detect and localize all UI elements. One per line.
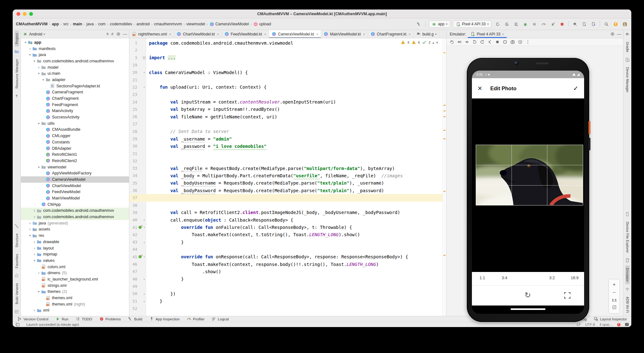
override-marker-icon[interactable] (138, 226, 142, 229)
code-line[interactable]: 52 (129, 305, 446, 312)
fold-marker-icon[interactable]: ▾ (142, 71, 146, 74)
rerun-button[interactable] (549, 21, 556, 28)
tree-item[interactable]: CMainViewModel (21, 195, 129, 201)
tool-strip-project[interactable]: Project (15, 31, 19, 47)
tree-chevron-icon[interactable]: › (37, 271, 41, 275)
rotate-right-button[interactable] (479, 39, 485, 45)
status-item[interactable]: UTF-8 (585, 323, 595, 326)
code-editor[interactable]: 1package com.codemobiles.android.cmauthe… (129, 38, 446, 316)
rotate-left-button[interactable] (471, 39, 478, 45)
breadcrumb-item[interactable]: com (98, 22, 106, 26)
tree-chevron-icon[interactable]: ▾ (28, 234, 32, 237)
code-line[interactable]: 33 val _reqFile = RequestBody.create(Med… (129, 165, 446, 172)
tree-item[interactable]: ›manifests (21, 46, 129, 52)
close-icon[interactable]: × (264, 32, 266, 36)
tree-chevron-icon[interactable]: › (28, 221, 32, 225)
fold-marker-icon[interactable]: ▾ (142, 85, 146, 89)
back-button[interactable] (486, 39, 493, 45)
tree-chevron-icon[interactable]: › (32, 215, 36, 219)
tree-chevron-icon[interactable]: › (32, 240, 36, 244)
fold-marker-icon[interactable]: ▾ (142, 218, 146, 222)
crop-frame[interactable] (476, 145, 583, 205)
code-line[interactable]: 44 (129, 246, 446, 253)
attach-button[interactable] (531, 21, 538, 28)
power-button[interactable] (448, 39, 455, 45)
tree-item[interactable]: CCMLogger (21, 133, 129, 139)
expand-all-icon[interactable]: ⇅ (106, 32, 109, 36)
tree-item[interactable]: ›com.codemobiles.android.cmauthenmvv (21, 214, 129, 220)
aspect-ratio-option[interactable]: 3:2 (549, 276, 555, 280)
code-line[interactable]: 19 (129, 61, 446, 69)
tree-item[interactable]: ORetrofitClient2 (21, 158, 129, 164)
tree-chevron-icon[interactable]: › (28, 47, 32, 51)
camera-button[interactable] (509, 39, 516, 45)
gradle-sync-button[interactable] (571, 21, 578, 28)
tree-chevron-icon[interactable]: ▾ (28, 53, 32, 56)
code-line[interactable]: 41▾ override fun onFailure(call: Call<Re… (129, 224, 446, 231)
tree-chevron-icon[interactable]: › (32, 246, 36, 250)
close-icon[interactable]: × (502, 32, 504, 36)
snapshots-button[interactable] (517, 39, 523, 45)
tool-window-button-version-control[interactable]: Version Control (17, 317, 48, 321)
breadcrumb-item[interactable]: main (73, 22, 82, 26)
tree-chevron-icon[interactable]: ▾ (32, 60, 36, 63)
editor-scroll-stripe[interactable] (442, 38, 446, 316)
code-line[interactable]: 48▴ } (129, 275, 446, 283)
tool-window-button-app-inspection[interactable]: App Inspection (149, 317, 180, 321)
code-line[interactable]: 1package com.codemobiles.android.cmauthe… (129, 39, 446, 47)
tree-item[interactable]: ▾themes(2) (21, 289, 129, 295)
code-line[interactable]: 42 Toast.makeText(context, t.toString(),… (129, 231, 446, 238)
editor-tab[interactable]: CMainViewModel.kt× (321, 30, 368, 38)
phone-screen[interactable]: 4:31 ⬡ ◆ × Edit Photo (472, 71, 584, 314)
tree-chevron-icon[interactable]: › (32, 208, 36, 213)
apply-changes-button[interactable] (494, 21, 501, 28)
tool-window-button-todo[interactable]: TODO (75, 317, 92, 321)
confirm-crop-button[interactable]: ✓ (573, 85, 578, 92)
inspections-widget[interactable]: !4!62▴▾ (399, 40, 439, 45)
crop-free-icon[interactable] (564, 292, 571, 300)
project-view-selector[interactable]: Android (29, 32, 42, 36)
code-line[interactable]: 37 (129, 194, 446, 201)
tool-windows-icon[interactable] (15, 322, 20, 327)
tree-item[interactable]: SectionsPagerAdapter.kt (21, 83, 129, 89)
fold-marker-icon[interactable]: + (142, 56, 146, 59)
tree-chevron-icon[interactable]: ▾ (41, 78, 45, 81)
more-button[interactable] (525, 39, 531, 45)
close-icon[interactable]: × (217, 32, 219, 36)
code-line[interactable]: 40▾ call.enqueue(object : Callback<Respo… (129, 216, 446, 224)
breadcrumb-item[interactable]: java (87, 22, 94, 26)
tool-window-button-profiler[interactable]: Profiler (187, 317, 204, 321)
override-marker-icon[interactable] (138, 255, 142, 258)
tree-item[interactable]: ▾utils (21, 120, 129, 127)
code-line[interactable]: 32 (129, 157, 446, 165)
tree-item[interactable]: ▾values (21, 257, 129, 264)
tree-item[interactable]: ORetrofitClient1 (21, 151, 129, 158)
code-line[interactable]: 36 val _bodyPassword = RequestBody.creat… (129, 187, 446, 194)
upgrade-button[interactable] (612, 21, 619, 28)
tree-item[interactable]: ▾adapter (21, 77, 129, 83)
tree-chevron-icon[interactable]: › (28, 227, 32, 231)
code-line[interactable]: 24 val inputStream = context.contentReso… (129, 98, 446, 105)
tree-item[interactable]: <>themes.xml(night) (21, 301, 129, 307)
search-button[interactable] (603, 21, 610, 28)
tree-item[interactable]: ▾ui.main (21, 70, 129, 77)
tree-item[interactable]: ›xml (21, 307, 129, 314)
zoom-in-button[interactable]: + (613, 282, 615, 287)
code-line[interactable]: 21 (129, 76, 446, 83)
tree-item[interactable]: ▾viewmodel (21, 164, 129, 170)
hide-panel-icon[interactable]: — (123, 32, 127, 36)
tree-chevron-icon[interactable]: ▾ (32, 259, 36, 262)
code-line[interactable]: 39 val call = RetrofitClient2.client.pos… (129, 209, 446, 216)
photo-crop-area[interactable] (472, 98, 584, 272)
breadcrumb-item[interactable]: app (52, 22, 59, 26)
tree-item[interactable]: CConstants (21, 139, 129, 145)
tree-chevron-icon[interactable]: ▾ (37, 166, 41, 169)
tool-strip-favorites[interactable]: Favorites (15, 251, 19, 271)
tool-strip-emulator[interactable]: Emulator (625, 265, 630, 284)
tree-item[interactable]: ▾res (21, 232, 129, 239)
tree-item[interactable]: ›drawable (21, 239, 129, 245)
breadcrumb-item[interactable]: CCameraViewModel (209, 22, 249, 27)
code-line[interactable]: 2 (129, 47, 446, 54)
error-notification-icon[interactable] (617, 323, 621, 326)
close-icon[interactable]: × (409, 32, 410, 36)
